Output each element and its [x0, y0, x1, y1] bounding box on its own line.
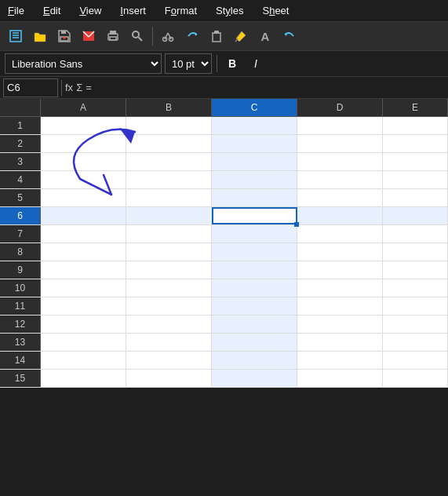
row-header-1[interactable]: 1 — [0, 117, 41, 134]
cell-a8[interactable] — [41, 243, 126, 261]
menu-edit[interactable]: Edit — [40, 3, 64, 18]
mail-button[interactable] — [78, 25, 100, 47]
paint-button[interactable] — [230, 25, 252, 47]
col-header-c[interactable]: C — [212, 99, 297, 116]
cell-b15[interactable] — [126, 370, 212, 387]
cell-a1[interactable] — [41, 117, 126, 134]
cell-d14[interactable] — [297, 352, 383, 369]
row-header-13[interactable]: 13 — [0, 334, 41, 351]
cut-button[interactable] — [157, 25, 179, 47]
col-header-a[interactable]: A — [41, 99, 126, 116]
menu-view[interactable]: View — [76, 3, 104, 18]
save-button[interactable] — [53, 25, 75, 47]
cell-c2[interactable] — [212, 135, 297, 152]
cell-a4[interactable] — [41, 171, 126, 188]
cell-e7[interactable] — [383, 225, 448, 243]
cell-a2[interactable] — [41, 135, 126, 152]
cell-d11[interactable] — [297, 297, 383, 315]
undo-button[interactable] — [279, 25, 300, 47]
cell-d10[interactable] — [297, 279, 383, 297]
col-header-b[interactable]: B — [126, 99, 212, 116]
row-header-5[interactable]: 5 — [0, 189, 41, 206]
cell-b14[interactable] — [126, 352, 212, 369]
row-header-15[interactable]: 15 — [0, 370, 41, 387]
row-header-4[interactable]: 4 — [0, 171, 41, 188]
cell-e12[interactable] — [383, 315, 448, 333]
row-header-6[interactable]: 6 — [0, 207, 41, 224]
menu-file[interactable]: File — [5, 3, 27, 18]
cell-e6[interactable] — [383, 207, 448, 224]
italic-button[interactable]: I — [246, 53, 266, 74]
cell-c7[interactable] — [212, 225, 297, 243]
cell-d3[interactable] — [297, 153, 383, 170]
cell-c3[interactable] — [212, 153, 297, 170]
new-spreadsheet-button[interactable] — [5, 25, 27, 47]
cell-e10[interactable] — [383, 279, 448, 297]
cell-a11[interactable] — [41, 297, 126, 315]
cell-e8[interactable] — [383, 243, 448, 261]
cell-e11[interactable] — [383, 297, 448, 315]
cell-b6[interactable] — [126, 207, 212, 224]
bold-button[interactable]: B — [222, 53, 242, 74]
row-header-8[interactable]: 8 — [0, 243, 41, 261]
cell-e5[interactable] — [383, 189, 448, 206]
fill-handle[interactable] — [294, 222, 299, 227]
cell-a9[interactable] — [41, 261, 126, 279]
row-header-7[interactable]: 7 — [0, 225, 41, 243]
cell-a13[interactable] — [41, 334, 126, 351]
cell-b4[interactable] — [126, 171, 212, 188]
cell-c4[interactable] — [212, 171, 297, 188]
cell-b3[interactable] — [126, 153, 212, 170]
menu-styles[interactable]: Styles — [213, 3, 246, 18]
cell-d6[interactable] — [297, 207, 383, 224]
formula-input[interactable] — [95, 82, 445, 93]
cell-d13[interactable] — [297, 334, 383, 351]
cell-d15[interactable] — [297, 370, 383, 387]
cell-e15[interactable] — [383, 370, 448, 387]
cell-c13[interactable] — [212, 334, 297, 351]
cell-d1[interactable] — [297, 117, 383, 134]
redo-button[interactable] — [181, 25, 203, 47]
cell-c8[interactable] — [212, 243, 297, 261]
font-size-select[interactable]: 10 pt — [165, 53, 212, 74]
print-button[interactable] — [102, 25, 124, 47]
cell-d2[interactable] — [297, 135, 383, 152]
cell-e3[interactable] — [383, 153, 448, 170]
col-header-d[interactable]: D — [297, 99, 383, 116]
paste-button[interactable] — [206, 25, 228, 47]
font-name-select[interactable]: Liberation Sans — [5, 53, 162, 74]
cell-a7[interactable] — [41, 225, 126, 243]
row-header-10[interactable]: 10 — [0, 279, 41, 297]
row-header-12[interactable]: 12 — [0, 315, 41, 333]
cell-a5[interactable] — [41, 189, 126, 206]
cell-b13[interactable] — [126, 334, 212, 351]
open-button[interactable] — [29, 25, 51, 47]
find-button[interactable] — [126, 25, 148, 47]
menu-sheet[interactable]: Sheet — [259, 3, 292, 18]
cell-c15[interactable] — [212, 370, 297, 387]
menu-format[interactable]: Format — [162, 3, 200, 18]
cell-e2[interactable] — [383, 135, 448, 152]
cell-e9[interactable] — [383, 261, 448, 279]
cell-a10[interactable] — [41, 279, 126, 297]
cell-a14[interactable] — [41, 352, 126, 369]
cell-reference-input[interactable] — [3, 78, 58, 97]
cell-b5[interactable] — [126, 189, 212, 206]
row-header-14[interactable]: 14 — [0, 352, 41, 369]
cell-c10[interactable] — [212, 279, 297, 297]
cell-b10[interactable] — [126, 279, 212, 297]
col-header-e[interactable]: E — [383, 99, 448, 116]
cell-a6[interactable] — [41, 207, 126, 224]
row-header-9[interactable]: 9 — [0, 261, 41, 279]
row-header-11[interactable]: 11 — [0, 297, 41, 315]
cell-a15[interactable] — [41, 370, 126, 387]
cell-c9[interactable] — [212, 261, 297, 279]
cell-d4[interactable] — [297, 171, 383, 188]
row-header-2[interactable]: 2 — [0, 135, 41, 152]
cell-e4[interactable] — [383, 171, 448, 188]
row-header-3[interactable]: 3 — [0, 153, 41, 170]
cell-d5[interactable] — [297, 189, 383, 206]
cell-c5[interactable] — [212, 189, 297, 206]
cell-d8[interactable] — [297, 243, 383, 261]
cell-e14[interactable] — [383, 352, 448, 369]
